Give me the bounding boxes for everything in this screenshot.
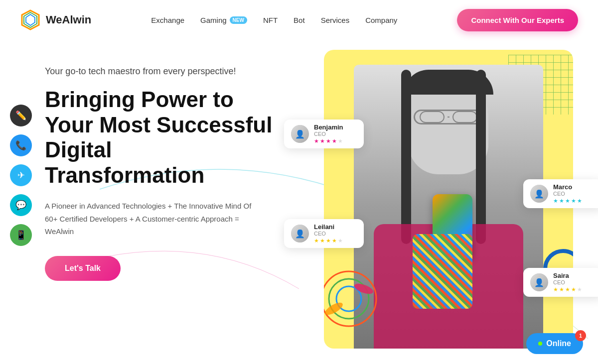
marco-stars: ★★★★★	[553, 198, 582, 204]
benjamin-role: CEO	[314, 131, 343, 137]
benjamin-avatar: 👤	[291, 125, 309, 143]
connect-experts-button[interactable]: Connect With Our Experts	[457, 9, 578, 31]
marco-name: Marco	[553, 183, 582, 191]
leilani-stars: ★★★★★	[314, 238, 343, 244]
color-blob	[324, 269, 379, 329]
navbar: WeAlwin Exchange Gaming New NFT Bot Serv…	[0, 0, 598, 40]
svg-marker-2	[26, 14, 35, 25]
online-notification-count: 1	[575, 330, 586, 341]
nav-bot[interactable]: Bot	[294, 16, 305, 24]
whatsapp-icon-button[interactable]: 📱	[10, 224, 32, 246]
svg-marker-0	[22, 10, 39, 29]
benjamin-stars: ★★★★★	[314, 138, 343, 144]
hero-subtitle: Your go-to tech maestro from every persp…	[45, 65, 274, 78]
side-icons: ✏️ 📞 ✈ 💬 📱	[10, 105, 32, 246]
review-card-saira: 👤 Saira CEO ★★★★★	[523, 268, 598, 297]
online-label: Online	[546, 339, 571, 348]
skype-icon-button[interactable]: 💬	[10, 194, 32, 216]
leilani-avatar: 👤	[291, 225, 309, 243]
benjamin-name: Benjamin	[314, 123, 343, 131]
online-badge[interactable]: Online 1	[526, 333, 583, 354]
nav-links: Exchange Gaming New NFT Bot Services Com…	[151, 16, 397, 24]
review-card-marco: 👤 Marco CEO ★★★★★	[523, 179, 598, 208]
nav-nft[interactable]: NFT	[263, 16, 278, 24]
saira-stars: ★★★★★	[553, 286, 582, 293]
hero-text-block: Your go-to tech maestro from every persp…	[20, 50, 274, 281]
leilani-name: Leilani	[314, 223, 343, 231]
telegram-icon-button[interactable]: ✈	[10, 164, 32, 186]
logo[interactable]: WeAlwin	[20, 9, 91, 30]
saira-name: Saira	[553, 272, 582, 279]
hero-section: ✏️ 📞 ✈ 💬 📱 Your go-to tech maestro from …	[0, 40, 598, 364]
phone-icon-button[interactable]: 📞	[10, 134, 32, 156]
leilani-role: CEO	[314, 231, 343, 237]
marco-role: CEO	[553, 191, 582, 197]
nav-services[interactable]: Services	[321, 16, 350, 24]
nav-exchange[interactable]: Exchange	[151, 16, 184, 24]
new-badge: New	[230, 16, 247, 24]
person-image	[354, 65, 543, 349]
lets-talk-button[interactable]: Let's Talk	[45, 256, 121, 281]
edit-icon-button[interactable]: ✏️	[10, 105, 32, 126]
marco-avatar: 👤	[530, 185, 548, 203]
online-dot	[538, 342, 542, 346]
saira-role: CEO	[553, 279, 582, 285]
review-card-benjamin: 👤 Benjamin CEO ★★★★★	[284, 120, 364, 148]
logo-icon	[20, 9, 41, 30]
hero-image-area: 👤 Benjamin CEO ★★★★★ 👤 Marco CEO ★★★★★	[289, 40, 598, 364]
logo-text: WeAlwin	[46, 13, 91, 26]
nav-company[interactable]: Company	[365, 16, 397, 24]
nav-gaming[interactable]: Gaming New	[200, 16, 247, 24]
hero-title: Bringing Power to Your Most Successful D…	[45, 87, 274, 188]
review-card-leilani: 👤 Leilani CEO ★★★★★	[284, 219, 364, 248]
saira-avatar: 👤	[530, 273, 548, 291]
hero-description: A Pioneer in Advanced Technologies + The…	[45, 200, 254, 238]
